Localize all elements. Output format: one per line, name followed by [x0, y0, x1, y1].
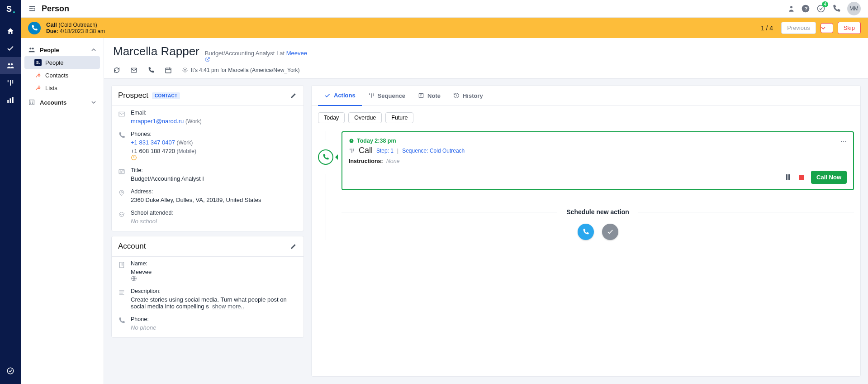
sidebar-group-accounts-label: Accounts: [40, 99, 66, 106]
email-icon[interactable]: [130, 67, 138, 74]
warning-icon[interactable]: [131, 154, 297, 161]
tab-note[interactable]: Note: [412, 86, 447, 106]
sync-icon[interactable]: [113, 67, 120, 74]
phone1-type: (Work): [177, 139, 193, 146]
timeline-rail: [318, 131, 333, 240]
svg-text:S: S: [6, 5, 12, 14]
activity-tabs: Actions Sequence Note: [312, 86, 860, 106]
svg-point-3: [11, 63, 13, 66]
user-avatar[interactable]: MM: [847, 2, 861, 15]
sidebar-group-people[interactable]: People: [24, 43, 100, 56]
sidebar-item-lists[interactable]: Lists: [24, 82, 100, 94]
sidebar-group-accounts[interactable]: Accounts: [24, 96, 100, 109]
tab-history[interactable]: History: [447, 86, 489, 106]
rail-sequences[interactable]: [0, 74, 21, 91]
prospect-card: Prospect CONTACT Email:: [111, 85, 304, 231]
sidebar-item-people[interactable]: S. People: [24, 56, 100, 69]
svg-point-2: [8, 63, 10, 66]
app-logo: S: [5, 4, 16, 14]
action-title: Call: [359, 146, 373, 155]
previous-button[interactable]: Previous: [781, 22, 816, 34]
sidebar-group-people-label: People: [40, 47, 59, 53]
edit-icon[interactable]: [290, 243, 297, 250]
svg-point-33: [120, 171, 122, 172]
action-step[interactable]: Step: 1: [376, 148, 394, 154]
svg-rect-35: [119, 262, 123, 268]
local-time: It's 4:41 pm for Marcella (America/New_Y…: [182, 67, 300, 73]
pause-icon[interactable]: [784, 174, 792, 181]
tab-actions[interactable]: Actions: [318, 86, 362, 106]
filter-overdue[interactable]: Overdue: [348, 112, 382, 123]
person-header: Marcella Rapper Budget/Accounting Analys…: [104, 38, 868, 78]
rail-settings[interactable]: [0, 362, 21, 379]
topbar: Person ? 4 MM: [21, 0, 868, 18]
calendar-icon[interactable]: [165, 67, 172, 74]
banner-due-value: 4/18/2023 8:38 am: [60, 28, 105, 34]
svg-rect-28: [166, 68, 171, 73]
rail-home[interactable]: [0, 23, 21, 40]
instructions-label: Instructions:: [349, 158, 383, 164]
phone-list-icon: [118, 131, 125, 161]
rail-tasks[interactable]: [0, 40, 21, 57]
notifications-icon[interactable]: 4: [816, 4, 825, 13]
banner-caret-button[interactable]: [821, 23, 833, 33]
action-time: Today 2:38 pm: [357, 138, 396, 144]
timeline-call-node: [318, 149, 333, 165]
prospect-title: Prospect: [118, 91, 148, 100]
banner-action: Call: [46, 21, 57, 28]
dialer-icon[interactable]: [832, 4, 841, 13]
address-value: 2360 Duke Alley, Dulles, VA, 20189, Unit…: [131, 197, 297, 203]
show-more-link[interactable]: show more..: [212, 303, 244, 310]
svg-rect-30: [119, 112, 124, 116]
phone-icon[interactable]: [147, 67, 155, 74]
page-title: Person: [42, 4, 69, 14]
globe-icon[interactable]: [131, 275, 297, 282]
instructions-value: None: [386, 158, 400, 164]
skip-button[interactable]: Skip: [838, 22, 861, 34]
person-name: Marcella Rapper: [113, 44, 199, 58]
action-sequence[interactable]: Sequence: Cold Outreach: [402, 148, 465, 154]
account-card: Account Name: Meevee: [111, 236, 304, 338]
filter-future[interactable]: Future: [385, 112, 413, 123]
svg-point-29: [184, 69, 186, 72]
school-icon: [118, 210, 125, 225]
task-banner: Call (Cold Outreach) Due: 4/18/2023 8:38…: [21, 18, 868, 38]
edit-icon[interactable]: [290, 92, 297, 99]
filter-today[interactable]: Today: [318, 112, 345, 123]
phone1-value[interactable]: +1 831 347 0407: [131, 139, 175, 146]
call-icon: [28, 22, 41, 34]
svg-rect-32: [119, 169, 124, 173]
chevron-down-icon: [91, 100, 96, 105]
more-icon[interactable]: ⋯: [840, 138, 847, 145]
location-icon: [118, 188, 125, 203]
rail-people[interactable]: [0, 57, 21, 74]
school-label: School attended:: [131, 210, 297, 216]
hubspot-icon: [34, 84, 42, 91]
svg-point-21: [38, 87, 40, 89]
app-mini-icon: S.: [34, 59, 42, 66]
svg-rect-25: [39, 86, 39, 87]
svg-point-1: [13, 11, 15, 13]
schedule-call-button[interactable]: [578, 224, 594, 240]
menu-toggle-icon[interactable]: [28, 5, 36, 13]
schedule-task-button[interactable]: [602, 224, 618, 240]
rail-reports[interactable]: [0, 91, 21, 109]
account-name-label: Name:: [131, 260, 297, 267]
notification-count: 4: [822, 1, 828, 7]
help-icon[interactable]: ?: [801, 4, 810, 13]
svg-point-34: [121, 192, 122, 193]
open-external-icon[interactable]: [205, 57, 310, 62]
sidebar-item-contacts-label: Contacts: [45, 72, 68, 79]
title-label: Title:: [131, 167, 297, 173]
email-value[interactable]: mrapper1@narod.ru: [131, 118, 184, 125]
phone2-type: (Mobile): [177, 148, 196, 154]
account-title: Account: [118, 242, 146, 251]
call-now-button[interactable]: Call Now: [811, 171, 847, 184]
tab-sequence[interactable]: Sequence: [362, 86, 412, 106]
invite-icon[interactable]: [786, 4, 795, 13]
sidebar-item-contacts[interactable]: Contacts: [24, 69, 100, 82]
company-link[interactable]: Meevee: [286, 50, 307, 57]
stop-icon[interactable]: [797, 174, 806, 181]
phones-label: Phones:: [131, 131, 297, 137]
description-label: Description:: [131, 288, 297, 294]
